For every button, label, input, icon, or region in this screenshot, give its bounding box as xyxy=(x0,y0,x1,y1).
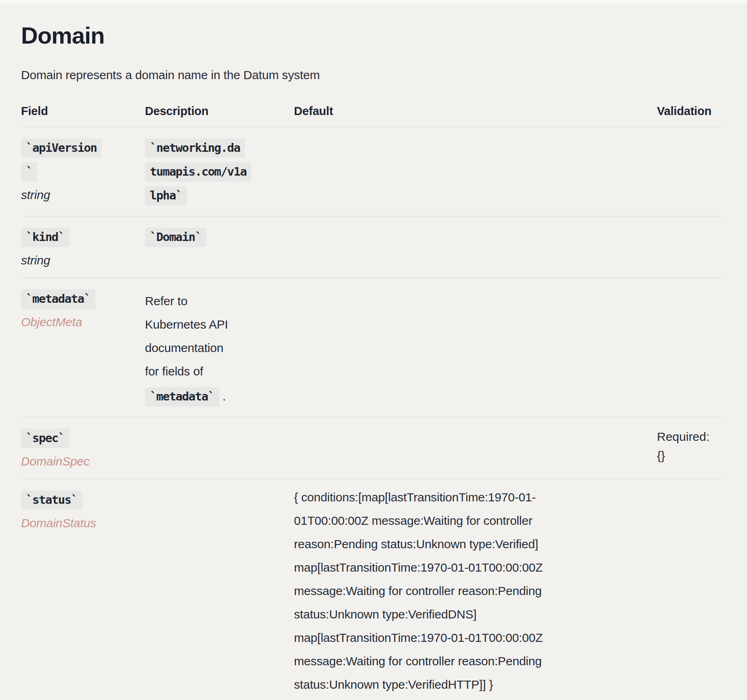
table-row: `kind`string`Domain` xyxy=(21,216,724,278)
column-header-default: Default xyxy=(294,105,657,118)
description-line: `networking.da xyxy=(145,138,294,158)
fields-table: Field Description Default Validation `ap… xyxy=(21,105,724,700)
cell-field: `metadata`ObjectMeta xyxy=(21,289,145,329)
inline-code: `networking.da xyxy=(145,138,245,158)
cell-field: `kind`string xyxy=(21,228,145,267)
description-text: . xyxy=(219,390,226,403)
table-header-row: Field Description Default Validation xyxy=(21,105,724,127)
cell-validation xyxy=(657,138,724,139)
cell-validation xyxy=(657,228,724,228)
description-line: lpha` xyxy=(145,186,294,205)
cell-description: Refer toKubernetes APIdocumentationfor f… xyxy=(145,289,294,407)
description-line: documentation xyxy=(145,336,294,360)
description-line: Kubernetes API xyxy=(145,313,294,336)
page-title: Domain xyxy=(21,22,724,49)
cell-description: `networking.datumapis.com/v1alpha` xyxy=(145,138,294,205)
description-text: documentation xyxy=(145,341,223,354)
description-text: for fields of xyxy=(145,365,203,378)
type-link[interactable]: DomainStatus xyxy=(21,516,145,530)
cell-default xyxy=(294,429,657,429)
cell-validation xyxy=(657,289,724,290)
field-code-line: `metadata` xyxy=(21,289,145,309)
cell-description xyxy=(145,429,294,429)
inline-code: lpha` xyxy=(145,186,187,205)
table-row: `apiVersion`string`networking.datumapis.… xyxy=(21,127,724,216)
description-line: `metadata` . xyxy=(145,387,294,407)
table-body: `apiVersion`string`networking.datumapis.… xyxy=(21,127,724,700)
inline-code: `status` xyxy=(21,490,82,510)
cell-field: `status`DomainStatus xyxy=(21,490,145,530)
description-line: Refer to xyxy=(145,289,294,313)
type-label: string xyxy=(21,254,145,267)
column-header-field: Field xyxy=(21,105,145,118)
field-code-line: `spec` xyxy=(21,429,145,448)
description-text: Kubernetes API xyxy=(145,318,228,331)
description-line: `Domain` xyxy=(145,228,294,247)
column-header-validation: Validation xyxy=(657,105,724,118)
inline-code: `metadata` xyxy=(145,387,219,407)
inline-code: `Domain` xyxy=(145,228,206,247)
table-row: `status`DomainStatus{ conditions:[map[la… xyxy=(21,479,724,700)
inline-code: `apiVersion xyxy=(21,138,102,158)
inline-code: `spec` xyxy=(21,429,69,448)
default-value: { conditions:[map[lastTransitionTime:197… xyxy=(294,486,604,696)
cell-field: `spec`DomainSpec xyxy=(21,429,145,468)
cell-default xyxy=(294,138,657,139)
field-code-line: ` xyxy=(21,162,145,182)
table-row: `spec`DomainSpecRequired:{} xyxy=(21,417,724,479)
field-code-line: `status` xyxy=(21,490,145,510)
cell-default: { conditions:[map[lastTransitionTime:197… xyxy=(294,490,657,696)
field-code-line: `apiVersion xyxy=(21,138,145,158)
doc-page: Domain Domain represents a domain name i… xyxy=(0,5,747,700)
cell-description: `Domain` xyxy=(145,228,294,247)
inline-code: `kind` xyxy=(21,228,69,247)
table-row: `metadata`ObjectMetaRefer toKubernetes A… xyxy=(21,278,724,417)
cell-default xyxy=(294,228,657,228)
description-line: for fields of xyxy=(145,360,294,383)
page-subtitle: Domain represents a domain name in the D… xyxy=(21,68,724,82)
description-text: Refer to xyxy=(145,294,187,308)
cell-validation: Required:{} xyxy=(657,429,724,467)
column-header-description: Description xyxy=(145,105,294,118)
field-code-line: `kind` xyxy=(21,228,145,247)
cell-description xyxy=(145,490,294,491)
type-label: string xyxy=(21,188,145,202)
cell-default xyxy=(294,289,657,290)
cell-validation xyxy=(657,490,724,491)
inline-code: tumapis.com/v1a xyxy=(145,162,251,182)
inline-code: `metadata` xyxy=(21,289,95,309)
validation-value: {} xyxy=(657,444,724,467)
type-link[interactable]: ObjectMeta xyxy=(21,315,145,329)
type-link[interactable]: DomainSpec xyxy=(21,455,145,468)
cell-field: `apiVersion`string xyxy=(21,138,145,202)
inline-code: ` xyxy=(21,162,37,182)
description-line: tumapis.com/v1a xyxy=(145,162,294,182)
